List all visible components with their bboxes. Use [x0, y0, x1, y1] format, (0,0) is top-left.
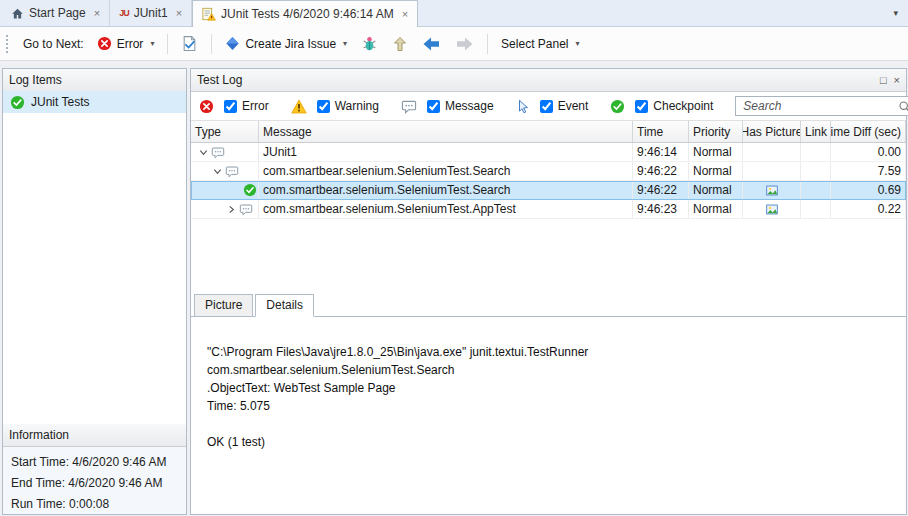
- column-header-has-picture[interactable]: Has Picture: [743, 121, 801, 142]
- message-icon: [225, 165, 239, 178]
- message-icon: [239, 203, 253, 216]
- event-cursor-icon: [516, 99, 530, 114]
- filter-checkpoint: Checkpoint: [610, 99, 713, 114]
- expander-collapse-icon[interactable]: [211, 167, 223, 176]
- table-row[interactable]: JUnit1 9:46:14 Normal 0.00: [191, 143, 906, 162]
- tab-picture[interactable]: Picture: [194, 294, 253, 317]
- filter-event: Event: [516, 99, 589, 114]
- go-to-next-label: Go to Next:: [23, 37, 84, 51]
- details-content: "C:\Program Files\Java\jre1.8.0_25\Bin\j…: [191, 317, 906, 514]
- search-box: [735, 96, 908, 116]
- message-icon: [211, 146, 225, 159]
- search-icon[interactable]: [898, 100, 908, 113]
- close-icon[interactable]: ×: [402, 8, 408, 20]
- column-header-time-diff[interactable]: Time Diff (sec): [831, 121, 906, 142]
- go-to-next-error-button[interactable]: Error ▾: [92, 32, 160, 55]
- details-line: [207, 415, 896, 433]
- tab-details[interactable]: Details: [255, 294, 314, 317]
- toolbar-separator: [167, 34, 168, 54]
- table-row[interactable]: com.smartbear.selenium.SeleniumTest.AppT…: [191, 200, 906, 219]
- chevron-down-icon: ▾: [893, 8, 898, 18]
- maximize-icon[interactable]: □: [880, 74, 887, 86]
- cell-time-diff: 0.69: [831, 181, 906, 199]
- column-header-time[interactable]: Time: [633, 121, 689, 142]
- cell-link: [801, 200, 831, 218]
- tab-junit-tests-log[interactable]: JUnit Tests 4/6/2020 9:46:14 AM ×: [192, 0, 418, 27]
- tree-item-label: JUnit Tests: [31, 95, 89, 109]
- column-header-link[interactable]: Link: [801, 121, 831, 142]
- column-header-priority[interactable]: Priority: [689, 121, 743, 142]
- cell-time-diff: 0.22: [831, 200, 906, 218]
- cell-time: 9:46:22: [633, 162, 689, 180]
- filter-message: Message: [401, 99, 494, 114]
- warning-filter-checkbox[interactable]: [317, 100, 330, 113]
- jira-diamond-icon: [225, 36, 240, 51]
- log-table-header: Type Message Time Priority Has Picture L…: [191, 121, 906, 143]
- checkpoint-icon: [10, 95, 25, 110]
- close-icon[interactable]: ×: [176, 7, 182, 19]
- tab-start-page[interactable]: Start Page ×: [2, 0, 110, 26]
- checkpoint-icon: [610, 99, 625, 114]
- cell-link: [801, 143, 831, 161]
- log-items-header: Log Items: [3, 69, 186, 92]
- filter-error: Error: [199, 99, 269, 114]
- run-time-text: Run Time: 0:00:08: [11, 494, 178, 515]
- information-header: Information: [3, 424, 186, 447]
- cell-priority: Normal: [689, 143, 743, 161]
- panel-title: Information: [9, 428, 69, 442]
- filter-label: Error: [242, 99, 269, 113]
- post-issue-button[interactable]: [356, 31, 383, 56]
- cell-priority: Normal: [689, 162, 743, 180]
- filter-label: Warning: [335, 99, 379, 113]
- next-item-button[interactable]: [450, 32, 479, 56]
- forward-arrow-icon: [455, 36, 474, 52]
- tab-junit1[interactable]: JU JUnit1 ×: [110, 0, 192, 26]
- table-row-selected[interactable]: com.smartbear.selenium.SeleniumTest.Sear…: [191, 181, 906, 200]
- search-input[interactable]: [741, 98, 898, 114]
- filter-warning: Warning: [291, 99, 379, 114]
- warning-icon: [291, 99, 307, 114]
- bug-icon: [361, 35, 378, 52]
- end-time-text: End Time: 4/6/2020 9:46 AM: [11, 473, 178, 494]
- event-filter-checkbox[interactable]: [540, 100, 553, 113]
- column-header-message[interactable]: Message: [259, 121, 633, 142]
- cell-message: com.smartbear.selenium.SeleniumTest.Sear…: [259, 162, 633, 180]
- create-jira-issue-button[interactable]: Create Jira Issue ▾: [220, 32, 352, 55]
- toolbar-separator: [487, 34, 488, 54]
- details-tab-strip: Picture Details: [191, 294, 906, 317]
- cell-message: com.smartbear.selenium.SeleniumTest.AppT…: [259, 200, 633, 218]
- toolbar-grip[interactable]: [6, 35, 11, 53]
- column-header-type[interactable]: Type: [191, 121, 259, 142]
- expander-expand-icon[interactable]: [225, 205, 237, 214]
- information-body: Start Time: 4/6/2020 9:46 AM End Time: 4…: [3, 447, 186, 514]
- error-icon: [97, 36, 112, 51]
- details-line: OK (1 test): [207, 433, 896, 451]
- tab-overflow-button[interactable]: ▾: [883, 0, 908, 26]
- picture-icon: [765, 203, 779, 216]
- cell-has-picture: [743, 200, 801, 218]
- checkpoint-filter-checkbox[interactable]: [635, 100, 648, 113]
- cell-priority: Normal: [689, 200, 743, 218]
- junit-icon: JU: [119, 8, 129, 18]
- previous-item-button[interactable]: [417, 32, 446, 56]
- log-items-tree: JUnit Tests: [3, 91, 186, 424]
- cell-time-diff: 0.00: [831, 143, 906, 161]
- up-level-button[interactable]: [387, 32, 413, 56]
- compare-report-button[interactable]: [176, 31, 203, 56]
- picture-icon: [765, 184, 779, 197]
- error-filter-checkbox[interactable]: [224, 100, 237, 113]
- close-icon[interactable]: ×: [894, 74, 900, 86]
- test-log-icon: [202, 7, 216, 21]
- filter-label: Event: [558, 99, 589, 113]
- select-panel-button[interactable]: Select Panel ▾: [496, 33, 584, 55]
- tree-item-junit-tests[interactable]: JUnit Tests: [3, 91, 186, 113]
- table-row[interactable]: com.smartbear.selenium.SeleniumTest.Sear…: [191, 162, 906, 181]
- app-window: Start Page × JU JUnit1 × JUnit Tests 4/6…: [0, 0, 908, 516]
- home-icon: [11, 7, 24, 20]
- message-filter-checkbox[interactable]: [427, 100, 440, 113]
- close-icon[interactable]: ×: [94, 7, 100, 19]
- expander-collapse-icon[interactable]: [197, 148, 209, 157]
- filter-label: Message: [445, 99, 494, 113]
- start-time-text: Start Time: 4/6/2020 9:46 AM: [11, 452, 178, 473]
- cell-link: [801, 162, 831, 180]
